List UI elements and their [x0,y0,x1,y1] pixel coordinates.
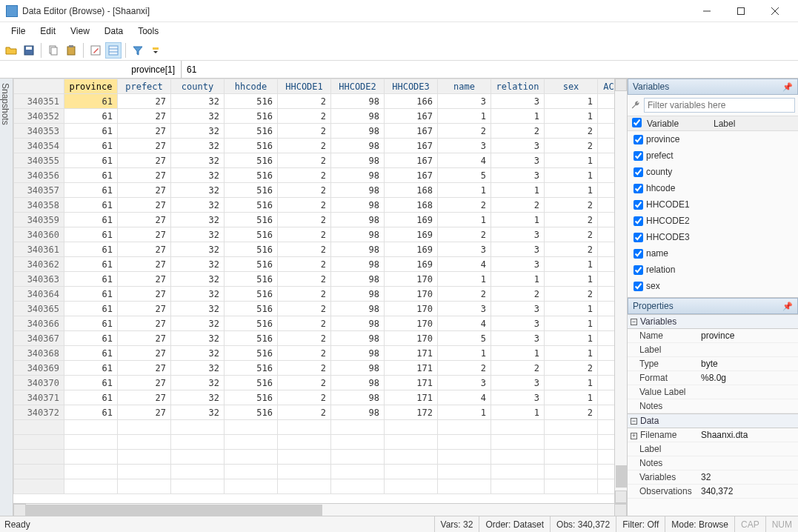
maximize-button[interactable] [724,0,758,22]
data-cell[interactable]: 61 [64,405,118,420]
data-cell[interactable]: 98 [331,94,385,109]
data-cell[interactable] [598,316,615,331]
data-cell[interactable]: 3 [491,227,545,242]
data-cell[interactable]: 32 [171,198,225,213]
data-cell[interactable]: 172 [385,405,438,420]
data-cell[interactable]: 1 [438,272,491,287]
variable-checkbox[interactable] [634,249,643,259]
data-cell[interactable]: 2 [278,361,331,376]
data-cell[interactable]: 98 [331,346,385,361]
row-number[interactable]: 340362 [14,257,64,272]
data-cell[interactable]: 98 [331,242,385,257]
data-cell[interactable]: 98 [331,124,385,139]
open-icon[interactable] [3,42,19,59]
data-cell[interactable]: 98 [331,139,385,153]
variable-checkbox[interactable] [634,233,643,242]
data-cell[interactable] [598,153,615,168]
data-cell[interactable]: 4 [438,316,491,331]
data-cell[interactable]: 32 [171,376,225,390]
data-cell[interactable]: 2 [278,287,331,302]
data-cell[interactable]: 2 [278,331,331,346]
data-cell[interactable]: 27 [118,183,171,198]
properties-section-variables[interactable]: −Variables [628,314,798,329]
data-cell[interactable] [598,94,615,109]
data-cell[interactable]: 61 [64,183,118,198]
column-header[interactable]: relation [491,79,545,94]
properties-section-data[interactable]: −Data [628,413,798,428]
data-cell[interactable]: 1 [545,331,598,346]
row-number[interactable]: 340364 [14,287,64,302]
row-number[interactable]: 340367 [14,331,64,346]
data-cell[interactable]: 170 [385,331,438,346]
data-cell[interactable]: 2 [278,227,331,242]
data-cell[interactable]: 98 [331,302,385,316]
data-cell[interactable] [598,257,615,272]
data-cell[interactable]: 2 [278,94,331,109]
data-cell[interactable]: 3 [438,376,491,390]
data-cell[interactable]: 32 [171,124,225,139]
data-cell[interactable]: 98 [331,287,385,302]
row-number[interactable]: 340360 [14,227,64,242]
data-cell[interactable]: 2 [491,198,545,213]
cell-name-box[interactable]: province[1] [0,61,182,78]
data-cell[interactable]: 3 [491,390,545,405]
data-cell[interactable]: 32 [171,331,225,346]
data-cell[interactable]: 27 [118,376,171,390]
data-cell[interactable]: 167 [385,124,438,139]
browse-mode-icon[interactable] [105,42,122,59]
data-cell[interactable]: 32 [171,287,225,302]
data-cell[interactable]: 516 [225,331,278,346]
data-cell[interactable] [598,361,615,376]
variable-row[interactable]: hhcode [628,180,798,196]
variable-checkbox[interactable] [634,167,643,177]
data-cell[interactable]: 2 [438,361,491,376]
data-cell[interactable]: 170 [385,302,438,316]
data-cell[interactable]: 2 [545,405,598,420]
variable-row[interactable]: name [628,245,798,262]
data-cell[interactable]: 27 [118,139,171,153]
data-cell[interactable]: 61 [64,346,118,361]
variable-row[interactable]: relation [628,262,798,278]
data-cell[interactable]: 2 [278,213,331,227]
property-row[interactable]: Notes [628,456,798,471]
data-cell[interactable]: 61 [64,287,118,302]
data-grid[interactable]: provinceprefectcountyhhcodeHHCODE1HHCODE… [13,79,627,503]
data-cell[interactable]: 98 [331,390,385,405]
data-cell[interactable]: 2 [278,109,331,124]
data-cell[interactable]: 1 [545,94,598,109]
data-cell[interactable]: 98 [331,109,385,124]
data-cell[interactable]: 169 [385,213,438,227]
data-cell[interactable]: 32 [171,405,225,420]
data-cell[interactable]: 516 [225,405,278,420]
data-cell[interactable]: 2 [278,405,331,420]
data-cell[interactable]: 516 [225,183,278,198]
data-cell[interactable]: 1 [491,213,545,227]
data-cell[interactable]: 3 [491,94,545,109]
data-cell[interactable]: 27 [118,272,171,287]
data-cell[interactable]: 4 [438,153,491,168]
column-header[interactable]: HHCODE1 [278,79,331,94]
variable-row[interactable]: county [628,164,798,180]
data-cell[interactable]: 98 [331,213,385,227]
property-row[interactable]: Nameprovince [628,329,798,343]
scroll-down-icon[interactable] [615,491,627,503]
data-cell[interactable]: 516 [225,287,278,302]
data-cell[interactable]: 171 [385,346,438,361]
data-cell[interactable]: 98 [331,405,385,420]
snapshots-tab[interactable]: Snapshots [0,79,13,516]
variable-checkbox[interactable] [634,282,643,291]
data-cell[interactable]: 1 [545,257,598,272]
data-cell[interactable]: 2 [278,390,331,405]
data-cell[interactable]: 1 [545,302,598,316]
data-cell[interactable]: 2 [545,287,598,302]
row-number[interactable]: 340372 [14,405,64,420]
variable-checkbox[interactable] [634,216,643,226]
variable-row[interactable]: province [628,131,798,147]
cell-value-box[interactable]: 61 [182,61,798,78]
variable-checkbox[interactable] [634,265,643,275]
data-cell[interactable]: 2 [438,227,491,242]
row-number[interactable]: 340351 [14,94,64,109]
close-button[interactable] [758,0,792,22]
row-number[interactable]: 340369 [14,361,64,376]
data-cell[interactable]: 27 [118,153,171,168]
